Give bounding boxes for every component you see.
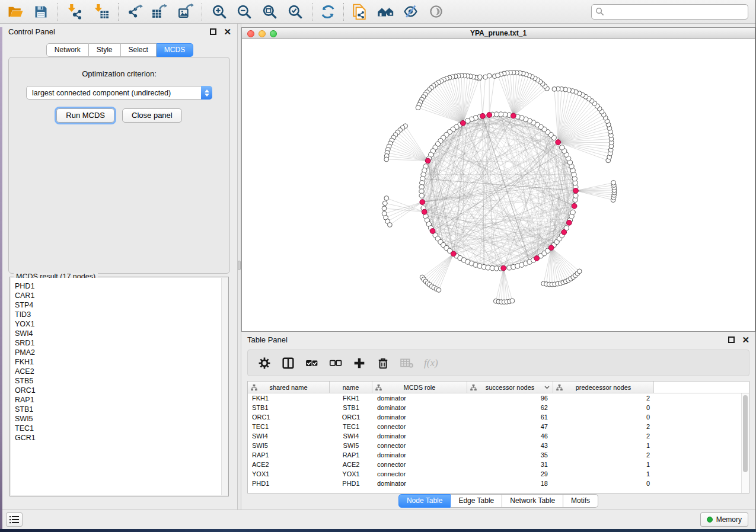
run-mcds-button[interactable]: Run MCDS <box>56 108 114 123</box>
deselect-all-rows-button[interactable] <box>328 355 343 371</box>
tab-mcds[interactable]: MCDS <box>157 43 193 57</box>
result-node-item[interactable]: FKH1 <box>15 357 228 367</box>
close-panel-icon[interactable]: ✕ <box>224 28 231 35</box>
table-scrollbar[interactable] <box>741 393 749 493</box>
close-panel-button[interactable]: Close panel <box>122 108 182 123</box>
result-node-item[interactable]: STB5 <box>15 376 228 386</box>
show-all-button[interactable] <box>377 3 394 21</box>
mcds-node[interactable] <box>501 265 506 271</box>
network-canvas[interactable] <box>242 40 755 331</box>
table-row[interactable]: ORC1ORC1dominator610 <box>248 412 749 422</box>
result-node-item[interactable]: ACE2 <box>15 367 228 376</box>
mcds-node[interactable] <box>425 158 430 164</box>
mcds-node[interactable] <box>566 220 572 226</box>
network-window-titlebar[interactable]: YPA_prune.txt_1 <box>242 28 755 39</box>
column-header-MCDS-role[interactable]: MCDS role <box>372 382 467 393</box>
table-row[interactable]: YOX1YOX1connector291 <box>248 469 749 479</box>
column-header-predecessor-nodes[interactable]: predecessor nodes <box>553 382 654 393</box>
maximize-window-icon[interactable] <box>270 30 277 37</box>
hide-selected-button[interactable] <box>401 3 419 21</box>
result-node-item[interactable]: PMA2 <box>15 348 228 357</box>
mcds-node[interactable] <box>451 251 456 257</box>
mcds-node[interactable] <box>422 209 427 214</box>
float-panel-icon[interactable] <box>728 336 735 343</box>
result-node-item[interactable]: SWI5 <box>15 414 228 424</box>
zoom-in-button[interactable] <box>210 3 228 21</box>
export-image-button[interactable] <box>177 3 194 21</box>
open-file-button[interactable] <box>7 3 24 21</box>
table-row[interactable]: TEC1TEC1connector472 <box>248 422 749 431</box>
zoom-selected-button[interactable] <box>286 3 304 21</box>
criterion-dropdown[interactable]: largest connected component (undirected) <box>26 86 212 100</box>
import-table-button[interactable] <box>92 3 110 21</box>
show-selected-button[interactable] <box>427 3 445 21</box>
mcds-list-scrollbar[interactable] <box>221 278 228 495</box>
column-header-successor-nodes[interactable]: successor nodes <box>467 382 553 393</box>
table-row[interactable]: STB1STB1dominator620 <box>248 403 749 412</box>
mcds-node[interactable] <box>562 230 567 235</box>
new-network-from-selection-button[interactable] <box>350 3 368 21</box>
mcds-node[interactable] <box>572 203 577 209</box>
select-all-rows-button[interactable] <box>304 355 320 371</box>
tab-select[interactable]: Select <box>121 43 157 57</box>
mcds-node[interactable] <box>573 188 579 194</box>
mcds-node[interactable] <box>487 113 492 118</box>
table-row[interactable]: ACE2ACE2connector311 <box>248 460 749 469</box>
table-row[interactable]: FKH1FKH1dominator962 <box>248 393 749 403</box>
add-column-button[interactable] <box>352 355 367 371</box>
column-header-name[interactable]: name <box>330 382 372 393</box>
result-node-item[interactable]: TID3 <box>15 310 228 319</box>
tab-edge-table[interactable]: Edge Table <box>451 494 502 508</box>
result-node-item[interactable]: GCR1 <box>15 433 228 443</box>
search-input[interactable] <box>604 8 744 16</box>
result-node-item[interactable]: RAP1 <box>15 395 228 405</box>
network-graph[interactable] <box>242 40 755 331</box>
splitter-grip-icon[interactable] <box>238 261 241 270</box>
zoom-out-button[interactable] <box>235 3 253 21</box>
table-row[interactable]: SWI4SWI4dominator462 <box>248 431 749 441</box>
toggle-column-view-button[interactable] <box>280 355 296 371</box>
result-node-item[interactable]: STP4 <box>15 300 228 310</box>
delete-column-button[interactable] <box>375 355 391 371</box>
import-network-button[interactable] <box>65 3 83 21</box>
mcds-node[interactable] <box>460 120 465 126</box>
close-window-icon[interactable] <box>247 30 254 37</box>
result-node-item[interactable]: ORC1 <box>15 386 228 395</box>
mcds-node[interactable] <box>430 229 435 234</box>
tab-network[interactable]: Network <box>46 43 89 57</box>
mcds-node[interactable] <box>511 113 516 118</box>
panel-splitter[interactable] <box>237 24 241 509</box>
dropdown-stepper-icon[interactable] <box>201 86 212 100</box>
zoom-fit-button[interactable] <box>261 3 279 21</box>
table-row[interactable]: RAP1RAP1dominator352 <box>248 450 749 460</box>
export-network-button[interactable] <box>126 3 144 21</box>
tab-style[interactable]: Style <box>89 43 121 57</box>
task-history-button[interactable] <box>6 512 23 527</box>
close-panel-icon[interactable]: ✕ <box>742 336 749 343</box>
table-settings-button[interactable] <box>257 355 272 371</box>
column-header-shared-name[interactable]: shared name <box>248 382 330 393</box>
result-node-item[interactable]: YOX1 <box>15 319 228 329</box>
table-row[interactable]: PHD1PHD1dominator180 <box>248 479 749 488</box>
tab-node-table[interactable]: Node Table <box>398 494 451 508</box>
tab-network-table[interactable]: Network Table <box>502 494 563 508</box>
mcds-node[interactable] <box>556 140 561 145</box>
result-node-item[interactable]: SWI4 <box>15 329 228 338</box>
mcds-node[interactable] <box>420 200 425 205</box>
result-node-item[interactable]: STB1 <box>15 405 228 414</box>
result-node-item[interactable]: PHD1 <box>15 281 228 291</box>
minimize-window-icon[interactable] <box>259 30 266 37</box>
mcds-node[interactable] <box>480 113 486 118</box>
result-node-item[interactable]: TEC1 <box>15 424 228 433</box>
refresh-layout-button[interactable] <box>319 3 337 21</box>
save-session-button[interactable] <box>32 3 50 21</box>
export-table-button[interactable] <box>150 3 168 21</box>
table-row[interactable]: SWI5SWI5connector431 <box>248 441 749 450</box>
mcds-result-list[interactable]: PHD1CAR1STP4TID3YOX1SWI4SRD1PMA2FKH1ACE2… <box>11 278 228 495</box>
table-scrollbar-thumb[interactable] <box>743 395 748 472</box>
memory-button[interactable]: Memory <box>700 512 748 527</box>
result-node-item[interactable]: CAR1 <box>15 291 228 300</box>
mcds-node[interactable] <box>548 245 554 251</box>
result-node-item[interactable]: SRD1 <box>15 338 228 348</box>
mcds-node[interactable] <box>534 256 540 261</box>
